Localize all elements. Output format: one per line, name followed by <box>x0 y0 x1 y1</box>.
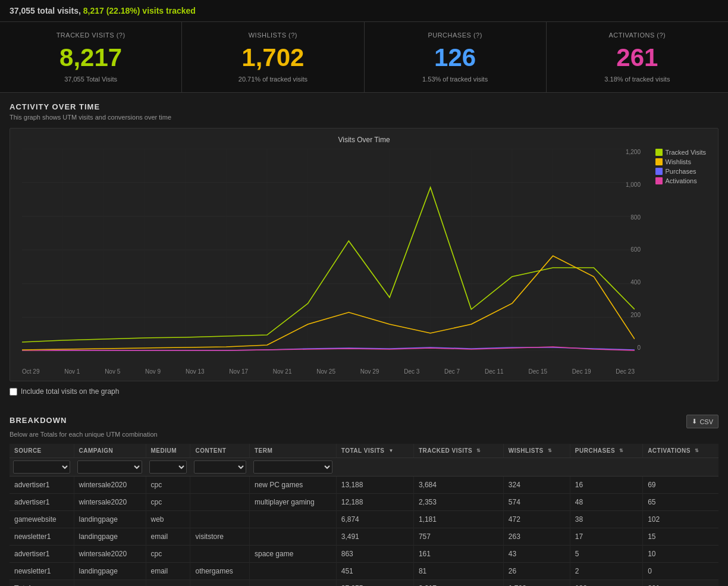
cell-trackedVisits: 3,684 <box>413 477 503 494</box>
include-total-label: Include total visits on the graph <box>21 387 119 396</box>
cell-campaign: landingpage <box>74 511 146 528</box>
cell-purchases: 17 <box>570 528 642 546</box>
filter-wishlists-cell <box>503 458 570 477</box>
cell-source: advertiser1 <box>10 494 74 511</box>
col-campaign: CAMPAIGN <box>74 444 146 458</box>
table-row: advertiser1wintersale2020cpcmultiplayer … <box>10 494 718 511</box>
filter-term-cell[interactable] <box>250 458 337 477</box>
filter-term-select[interactable] <box>253 460 333 474</box>
cell-activations: 69 <box>643 477 718 494</box>
legend-tracked-visits: Tracked Visits <box>655 149 706 156</box>
total-cell-totalVisits: 37,055 <box>336 580 413 587</box>
cell-term: multiplayer gaming <box>250 494 337 511</box>
cell-campaign: wintersale2020 <box>74 546 146 563</box>
metric-activations-value: 261 <box>556 43 718 72</box>
chart-legend: Tracked Visits Wishlists Purchases Activ… <box>655 149 706 187</box>
legend-color-wishlists <box>655 158 663 165</box>
cell-medium: email <box>146 528 190 546</box>
cell-source: newsletter1 <box>10 528 74 546</box>
table-body: advertiser1wintersale2020cpcnew PC games… <box>10 477 718 587</box>
total-cell-purchases: 126 <box>570 580 642 587</box>
metric-tracked-visits-sub: 37,055 Total Visits <box>10 76 172 83</box>
col-tracked-visits[interactable]: TRACKED VISITS ⇅ <box>413 444 503 458</box>
filter-activations-cell <box>643 458 718 477</box>
legend-label-wishlists: Wishlists <box>666 158 691 165</box>
csv-label: CSV <box>699 418 713 425</box>
legend-color-purchases <box>655 168 663 175</box>
include-total-checkbox[interactable] <box>10 388 17 396</box>
col-medium: MEDIUM <box>146 444 190 458</box>
filter-tracked-visits-cell <box>413 458 503 477</box>
metric-tracked-visits-value: 8,217 <box>10 43 172 72</box>
filter-campaign-cell[interactable] <box>74 458 146 477</box>
metric-activations-sub: 3.18% of tracked visits <box>556 76 718 83</box>
col-activations[interactable]: ACTIVATIONS ⇅ <box>643 444 718 458</box>
cell-activations: 0 <box>643 563 718 580</box>
col-wishlists[interactable]: WISHLISTS ⇅ <box>503 444 570 458</box>
filter-total-visits-cell <box>336 458 413 477</box>
table-header-row: SOURCE CAMPAIGN MEDIUM CONTENT TERM TOTA… <box>10 444 718 458</box>
cell-campaign: wintersale2020 <box>74 494 146 511</box>
cell-purchases: 16 <box>570 477 642 494</box>
cell-content: visitstore <box>190 528 250 546</box>
table-total-row: Total37,0558,2171,702126261 <box>10 580 718 587</box>
chart-container: Visits Over Time Tracked Visits Wishlist… <box>10 128 718 381</box>
filter-source-select[interactable] <box>13 460 70 474</box>
filter-content-cell[interactable] <box>190 458 250 477</box>
cell-wishlists: 263 <box>503 528 570 546</box>
col-term: TERM <box>250 444 337 458</box>
filter-purchases-cell <box>570 458 642 477</box>
cell-trackedVisits: 161 <box>413 546 503 563</box>
col-total-visits[interactable]: TOTAL VISITS ▼ <box>336 444 413 458</box>
cell-purchases: 2 <box>570 563 642 580</box>
sort-tracked-visits-icon: ⇅ <box>476 449 481 453</box>
csv-button[interactable]: ⬇ CSV <box>686 415 718 428</box>
cell-wishlists: 26 <box>503 563 570 580</box>
filter-source-cell[interactable] <box>10 458 74 477</box>
sort-wishlists-icon: ⇅ <box>548 449 553 453</box>
chart-title: Visits Over Time <box>22 136 706 144</box>
cell-totalVisits: 863 <box>336 546 413 563</box>
cell-term: space game <box>250 546 337 563</box>
col-purchases[interactable]: PURCHASES ⇅ <box>570 444 642 458</box>
cell-purchases: 38 <box>570 511 642 528</box>
cell-term <box>250 528 337 546</box>
cell-wishlists: 472 <box>503 511 570 528</box>
activity-section: ACTIVITY OVER TIME This graph shows UTM … <box>0 93 728 405</box>
cell-content: othergames <box>190 563 250 580</box>
filter-medium-select[interactable] <box>149 460 187 474</box>
filter-medium-cell[interactable] <box>146 458 190 477</box>
metric-activations: ACTIVATIONS (?) 261 3.18% of tracked vis… <box>547 22 728 92</box>
metric-purchases-sub: 1.53% of tracked visits <box>374 76 536 83</box>
cell-campaign: wintersale2020 <box>74 477 146 494</box>
x-axis-labels: Oct 29 Nov 1 Nov 5 Nov 9 Nov 13 Nov 17 N… <box>22 368 635 375</box>
cell-content <box>190 494 250 511</box>
cell-medium: web <box>146 511 190 528</box>
cell-trackedVisits: 2,353 <box>413 494 503 511</box>
total-visits-text: 37,055 total visits, <box>10 6 81 15</box>
cell-campaign: landingpage <box>74 528 146 546</box>
breakdown-subtitle: Below are Totals for each unique UTM com… <box>10 431 718 438</box>
filter-content-select[interactable] <box>194 460 246 474</box>
breakdown-section: BREAKDOWN ⬇ CSV Below are Totals for eac… <box>0 405 728 586</box>
cell-term <box>250 563 337 580</box>
cell-activations: 102 <box>643 511 718 528</box>
cell-purchases: 5 <box>570 546 642 563</box>
metrics-row: TRACKED VISITS (?) 8,217 37,055 Total Vi… <box>0 22 728 93</box>
metric-activations-label: ACTIVATIONS (?) <box>556 32 718 39</box>
legend-label-tracked: Tracked Visits <box>666 149 706 156</box>
summary-text: 37,055 total visits, 8,217 (22.18%) visi… <box>10 6 196 15</box>
cell-purchases: 48 <box>570 494 642 511</box>
total-cell-content <box>190 580 250 587</box>
cell-wishlists: 43 <box>503 546 570 563</box>
cell-totalVisits: 12,188 <box>336 494 413 511</box>
cell-source: gamewebsite <box>10 511 74 528</box>
col-source: SOURCE <box>10 444 74 458</box>
filter-campaign-select[interactable] <box>77 460 142 474</box>
total-visits-checkbox-row[interactable]: Include total visits on the graph <box>10 387 718 396</box>
activity-title: ACTIVITY OVER TIME <box>10 102 718 111</box>
cell-medium: cpc <box>146 477 190 494</box>
table-row: advertiser1wintersale2020cpcnew PC games… <box>10 477 718 494</box>
cell-trackedVisits: 757 <box>413 528 503 546</box>
cell-trackedVisits: 81 <box>413 563 503 580</box>
